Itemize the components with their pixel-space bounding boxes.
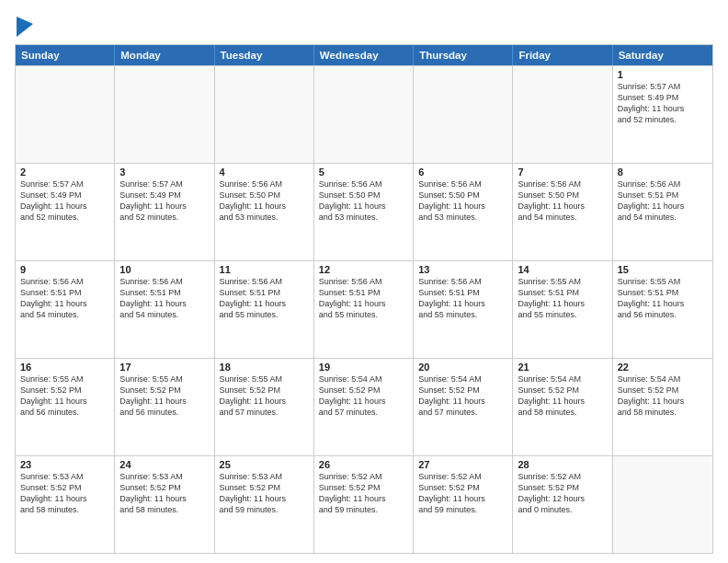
day-number: 10 xyxy=(119,264,209,275)
header-day: Thursday xyxy=(414,45,513,65)
calendar-cell: 22Sunrise: 5:54 AMSunset: 5:52 PMDayligh… xyxy=(613,359,712,455)
cell-info: Sunrise: 5:56 AMSunset: 5:50 PMDaylight:… xyxy=(518,178,607,224)
header-day: Friday xyxy=(513,45,612,65)
calendar-cell xyxy=(16,66,115,163)
cell-info: Sunrise: 5:54 AMSunset: 5:52 PMDaylight:… xyxy=(319,373,408,419)
calendar-cell: 1Sunrise: 5:57 AMSunset: 5:49 PMDaylight… xyxy=(613,66,712,163)
calendar-cell: 17Sunrise: 5:55 AMSunset: 5:52 PMDayligh… xyxy=(115,359,214,455)
calendar-cell xyxy=(414,66,513,163)
calendar-body: 1Sunrise: 5:57 AMSunset: 5:49 PMDaylight… xyxy=(16,65,712,553)
cell-info: Sunrise: 5:55 AMSunset: 5:52 PMDaylight:… xyxy=(220,373,309,419)
cell-info: Sunrise: 5:54 AMSunset: 5:52 PMDaylight:… xyxy=(618,373,708,419)
cell-info: Sunrise: 5:56 AMSunset: 5:51 PMDaylight:… xyxy=(319,276,408,321)
calendar-cell xyxy=(115,66,214,163)
cell-info: Sunrise: 5:55 AMSunset: 5:52 PMDaylight:… xyxy=(20,373,109,419)
day-number: 12 xyxy=(319,264,408,275)
cell-info: Sunrise: 5:56 AMSunset: 5:51 PMDaylight:… xyxy=(220,276,309,321)
calendar-cell: 25Sunrise: 5:53 AMSunset: 5:52 PMDayligh… xyxy=(215,456,314,553)
day-number: 3 xyxy=(119,167,209,178)
day-number: 27 xyxy=(418,459,507,470)
calendar-cell: 14Sunrise: 5:55 AMSunset: 5:51 PMDayligh… xyxy=(513,261,612,358)
logo xyxy=(15,18,33,37)
calendar-cell: 5Sunrise: 5:56 AMSunset: 5:50 PMDaylight… xyxy=(314,164,414,260)
cell-info: Sunrise: 5:57 AMSunset: 5:49 PMDaylight:… xyxy=(20,178,109,224)
calendar-row: 1Sunrise: 5:57 AMSunset: 5:49 PMDaylight… xyxy=(16,65,712,163)
cell-info: Sunrise: 5:56 AMSunset: 5:50 PMDaylight:… xyxy=(319,178,408,224)
cell-info: Sunrise: 5:53 AMSunset: 5:52 PMDaylight:… xyxy=(20,471,109,516)
calendar-header: SundayMondayTuesdayWednesdayThursdayFrid… xyxy=(16,45,712,65)
calendar-cell xyxy=(314,66,414,163)
svg-marker-0 xyxy=(17,17,33,37)
calendar-cell: 13Sunrise: 5:56 AMSunset: 5:51 PMDayligh… xyxy=(414,261,513,358)
header xyxy=(15,15,713,37)
calendar-cell: 28Sunrise: 5:52 AMSunset: 5:52 PMDayligh… xyxy=(513,456,612,553)
calendar-cell: 21Sunrise: 5:54 AMSunset: 5:52 PMDayligh… xyxy=(513,359,612,455)
cell-info: Sunrise: 5:55 AMSunset: 5:51 PMDaylight:… xyxy=(618,276,708,321)
calendar-cell: 26Sunrise: 5:52 AMSunset: 5:52 PMDayligh… xyxy=(314,456,414,553)
header-day: Saturday xyxy=(613,45,712,65)
day-number: 23 xyxy=(20,459,109,470)
calendar-cell: 2Sunrise: 5:57 AMSunset: 5:49 PMDaylight… xyxy=(16,164,115,260)
calendar-row: 23Sunrise: 5:53 AMSunset: 5:52 PMDayligh… xyxy=(16,455,712,553)
calendar-cell: 16Sunrise: 5:55 AMSunset: 5:52 PMDayligh… xyxy=(16,359,115,455)
day-number: 7 xyxy=(518,167,607,178)
calendar-cell xyxy=(613,456,712,553)
cell-info: Sunrise: 5:56 AMSunset: 5:51 PMDaylight:… xyxy=(20,276,109,321)
calendar-cell: 3Sunrise: 5:57 AMSunset: 5:49 PMDaylight… xyxy=(115,164,214,260)
day-number: 26 xyxy=(319,459,408,470)
calendar-cell: 24Sunrise: 5:53 AMSunset: 5:52 PMDayligh… xyxy=(115,456,214,553)
day-number: 24 xyxy=(119,459,209,470)
cell-info: Sunrise: 5:52 AMSunset: 5:52 PMDaylight:… xyxy=(518,471,607,516)
header-day: Tuesday xyxy=(215,45,314,65)
cell-info: Sunrise: 5:53 AMSunset: 5:52 PMDaylight:… xyxy=(220,471,309,516)
cell-info: Sunrise: 5:55 AMSunset: 5:51 PMDaylight:… xyxy=(518,276,607,321)
calendar-cell: 11Sunrise: 5:56 AMSunset: 5:51 PMDayligh… xyxy=(215,261,314,358)
day-number: 16 xyxy=(20,362,109,373)
cell-info: Sunrise: 5:57 AMSunset: 5:49 PMDaylight:… xyxy=(618,81,708,126)
header-day: Wednesday xyxy=(314,45,414,65)
cell-info: Sunrise: 5:53 AMSunset: 5:52 PMDaylight:… xyxy=(119,471,209,516)
header-day: Sunday xyxy=(16,45,115,65)
day-number: 11 xyxy=(220,264,309,275)
day-number: 1 xyxy=(618,69,708,80)
day-number: 4 xyxy=(220,167,309,178)
day-number: 17 xyxy=(119,362,209,373)
day-number: 6 xyxy=(418,167,507,178)
header-day: Monday xyxy=(115,45,214,65)
cell-info: Sunrise: 5:55 AMSunset: 5:52 PMDaylight:… xyxy=(119,373,209,419)
day-number: 22 xyxy=(618,362,708,373)
calendar-cell xyxy=(215,66,314,163)
cell-info: Sunrise: 5:54 AMSunset: 5:52 PMDaylight:… xyxy=(518,373,607,419)
cell-info: Sunrise: 5:56 AMSunset: 5:51 PMDaylight:… xyxy=(119,276,209,321)
day-number: 25 xyxy=(220,459,309,470)
page: SundayMondayTuesdayWednesdayThursdayFrid… xyxy=(0,0,728,563)
calendar-cell: 4Sunrise: 5:56 AMSunset: 5:50 PMDaylight… xyxy=(215,164,314,260)
day-number: 13 xyxy=(418,264,507,275)
day-number: 20 xyxy=(418,362,507,373)
day-number: 19 xyxy=(319,362,408,373)
calendar-cell: 10Sunrise: 5:56 AMSunset: 5:51 PMDayligh… xyxy=(115,261,214,358)
calendar-cell: 23Sunrise: 5:53 AMSunset: 5:52 PMDayligh… xyxy=(16,456,115,553)
day-number: 9 xyxy=(20,264,109,275)
calendar: SundayMondayTuesdayWednesdayThursdayFrid… xyxy=(15,44,713,554)
cell-info: Sunrise: 5:56 AMSunset: 5:50 PMDaylight:… xyxy=(418,178,507,224)
calendar-cell: 27Sunrise: 5:52 AMSunset: 5:52 PMDayligh… xyxy=(414,456,513,553)
calendar-cell: 6Sunrise: 5:56 AMSunset: 5:50 PMDaylight… xyxy=(414,164,513,260)
calendar-cell: 12Sunrise: 5:56 AMSunset: 5:51 PMDayligh… xyxy=(314,261,414,358)
calendar-cell: 20Sunrise: 5:54 AMSunset: 5:52 PMDayligh… xyxy=(414,359,513,455)
cell-info: Sunrise: 5:57 AMSunset: 5:49 PMDaylight:… xyxy=(119,178,209,224)
calendar-cell: 15Sunrise: 5:55 AMSunset: 5:51 PMDayligh… xyxy=(613,261,712,358)
calendar-cell: 19Sunrise: 5:54 AMSunset: 5:52 PMDayligh… xyxy=(314,359,414,455)
day-number: 15 xyxy=(618,264,708,275)
day-number: 14 xyxy=(518,264,607,275)
cell-info: Sunrise: 5:52 AMSunset: 5:52 PMDaylight:… xyxy=(319,471,408,516)
calendar-row: 16Sunrise: 5:55 AMSunset: 5:52 PMDayligh… xyxy=(16,358,712,455)
calendar-cell: 8Sunrise: 5:56 AMSunset: 5:51 PMDaylight… xyxy=(613,164,712,260)
calendar-row: 9Sunrise: 5:56 AMSunset: 5:51 PMDaylight… xyxy=(16,260,712,358)
day-number: 21 xyxy=(518,362,607,373)
day-number: 5 xyxy=(319,167,408,178)
calendar-cell: 18Sunrise: 5:55 AMSunset: 5:52 PMDayligh… xyxy=(215,359,314,455)
cell-info: Sunrise: 5:56 AMSunset: 5:51 PMDaylight:… xyxy=(618,178,708,224)
day-number: 8 xyxy=(618,167,708,178)
cell-info: Sunrise: 5:54 AMSunset: 5:52 PMDaylight:… xyxy=(418,373,507,419)
